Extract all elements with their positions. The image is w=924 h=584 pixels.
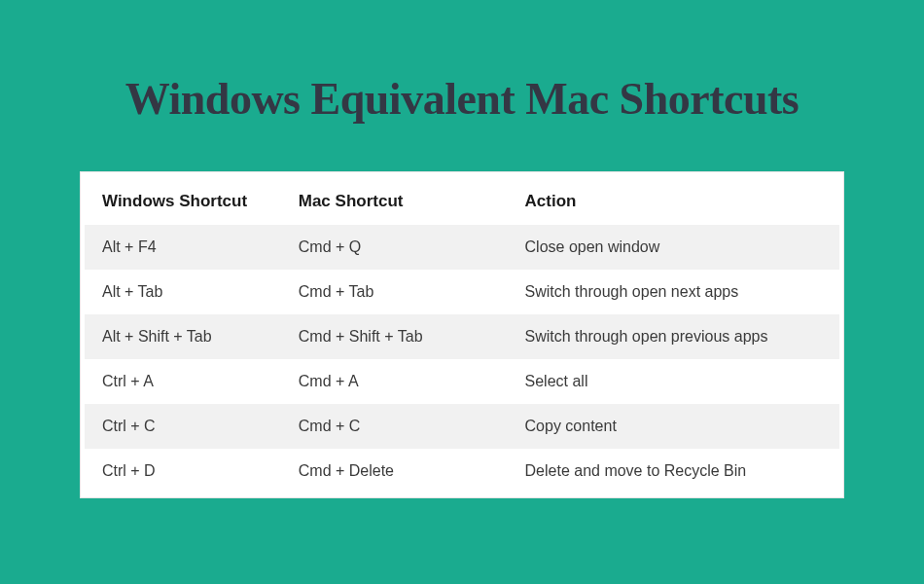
- table-header-row: Windows Shortcut Mac Shortcut Action: [85, 176, 839, 225]
- table-row: Alt + Tab Cmd + Tab Switch through open …: [85, 270, 839, 314]
- page-title: Windows Equivalent Mac Shortcuts: [58, 73, 866, 125]
- cell-action: Switch through open previous apps: [508, 314, 839, 359]
- header-windows-shortcut: Windows Shortcut: [85, 176, 281, 225]
- cell-action: Switch through open next apps: [508, 270, 839, 314]
- cell-windows-shortcut: Ctrl + D: [85, 449, 281, 493]
- cell-windows-shortcut: Ctrl + A: [85, 359, 281, 404]
- cell-mac-shortcut: Cmd + Q: [281, 225, 508, 270]
- cell-action: Copy content: [508, 404, 839, 449]
- cell-windows-shortcut: Alt + F4: [85, 225, 281, 270]
- cell-mac-shortcut: Cmd + Shift + Tab: [281, 314, 508, 359]
- cell-mac-shortcut: Cmd + C: [281, 404, 508, 449]
- cell-mac-shortcut: Cmd + Delete: [281, 449, 508, 493]
- cell-windows-shortcut: Alt + Tab: [85, 270, 281, 314]
- table-row: Ctrl + C Cmd + C Copy content: [85, 404, 839, 449]
- page-container: Windows Equivalent Mac Shortcuts Windows…: [0, 73, 924, 498]
- header-mac-shortcut: Mac Shortcut: [281, 176, 508, 225]
- table-row: Alt + F4 Cmd + Q Close open window: [85, 225, 839, 270]
- cell-action: Select all: [508, 359, 839, 404]
- cell-mac-shortcut: Cmd + A: [281, 359, 508, 404]
- shortcuts-table: Windows Shortcut Mac Shortcut Action Alt…: [85, 176, 839, 493]
- cell-action: Delete and move to Recycle Bin: [508, 449, 839, 493]
- cell-mac-shortcut: Cmd + Tab: [281, 270, 508, 314]
- cell-windows-shortcut: Alt + Shift + Tab: [85, 314, 281, 359]
- table-row: Ctrl + A Cmd + A Select all: [85, 359, 839, 404]
- cell-action: Close open window: [508, 225, 839, 270]
- shortcuts-table-wrapper: Windows Shortcut Mac Shortcut Action Alt…: [80, 171, 844, 498]
- cell-windows-shortcut: Ctrl + C: [85, 404, 281, 449]
- table-row: Alt + Shift + Tab Cmd + Shift + Tab Swit…: [85, 314, 839, 359]
- header-action: Action: [508, 176, 839, 225]
- table-row: Ctrl + D Cmd + Delete Delete and move to…: [85, 449, 839, 493]
